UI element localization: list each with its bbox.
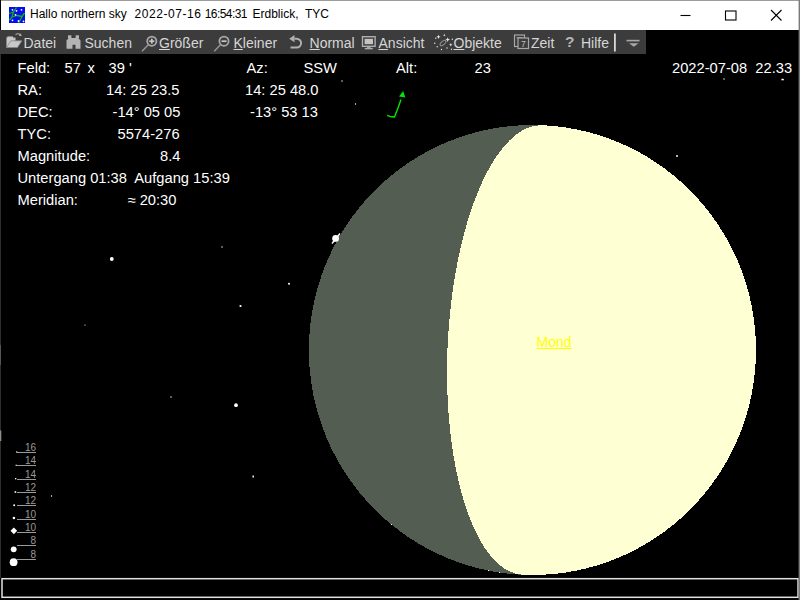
svg-text:7: 7 xyxy=(521,39,526,49)
svg-text:?: ? xyxy=(565,33,574,50)
